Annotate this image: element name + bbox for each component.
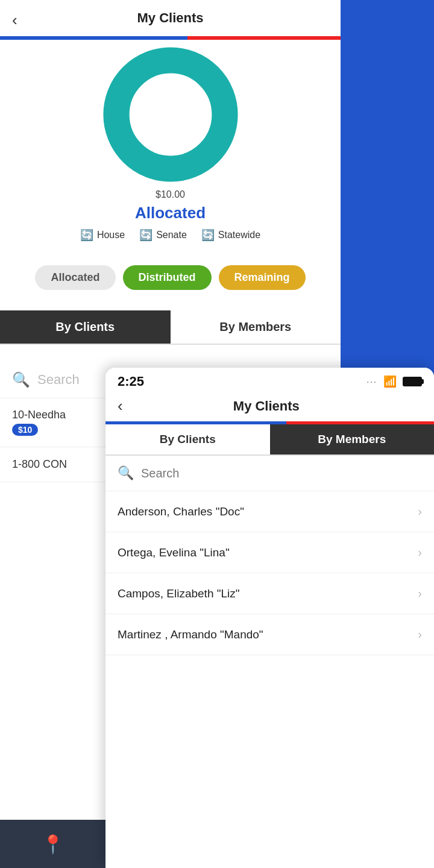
legend-senate-label: Senate [156,230,187,241]
fg-page-title: My Clients [129,398,422,414]
senate-icon: 🔄 [139,228,153,242]
foreground-screen: 2:25 ··· 📶 ‹ My Clients By Clients By Me… [105,368,434,868]
filter-tab-remaining[interactable]: Remaining [219,265,306,290]
fg-search-bar[interactable]: 🔍 [105,456,434,491]
legend-statewide-label: Statewide [218,230,260,241]
legend-house: 🔄 House [80,228,125,242]
legend-senate: 🔄 Senate [139,228,187,242]
fg-search-input[interactable] [141,467,422,480]
fg-member-name-1: Anderson, Charles "Doc" [118,505,244,518]
bg-back-button[interactable]: ‹ [12,11,17,30]
filter-tab-distributed[interactable]: Distributed [123,265,212,290]
status-time: 2:25 [118,374,144,389]
fg-nav-header: ‹ My Clients [105,393,434,421]
status-bar: 2:25 ··· 📶 [105,368,434,393]
legend-statewide: 🔄 Statewide [201,228,260,242]
donut-amount-label: $10.00 [156,189,185,200]
fg-list-item-3[interactable]: Campos, Elizabeth "Liz" › [105,573,434,614]
fg-member-name-2: Ortega, Evelina "Lina" [118,546,230,559]
fg-member-name-3: Campos, Elizabeth "Liz" [118,587,240,600]
fg-tab-by-members[interactable]: By Members [270,424,435,454]
allocated-label: Allocated [135,204,206,222]
fg-chevron-3: › [418,587,422,600]
bg-bottom-nav[interactable]: 📍 [0,820,105,868]
filter-tabs: Allocated Distributed Remaining [0,265,341,290]
svg-point-1 [142,86,200,143]
bg-top-bar: ‹ My Clients [0,0,341,36]
bg-tab-by-members[interactable]: By Members [171,310,341,344]
fg-list-item-2[interactable]: Ortega, Evelina "Lina" › [105,532,434,573]
bg-search-icon: 🔍 [12,371,30,388]
battery-icon [403,377,422,386]
fg-chevron-2: › [418,546,422,559]
bg-donut-area: $10.00 Allocated 🔄 House 🔄 Senate 🔄 Stat… [0,42,341,242]
fg-member-name-4: Martinez , Armando "Mando" [118,628,263,641]
house-icon: 🔄 [80,228,93,242]
bg-search-placeholder: Search [37,372,80,388]
fg-chevron-4: › [418,627,422,641]
fg-list-item-4[interactable]: Martinez , Armando "Mando" › [105,614,434,655]
status-dots: ··· [366,377,377,386]
wifi-icon: 📶 [383,375,397,388]
status-icons: ··· 📶 [366,375,422,388]
legend-house-label: House [97,230,125,241]
bg-page-title: My Clients [137,10,203,26]
bg-client-badge-1: $10 [12,424,38,436]
donut-chart [98,42,243,187]
legend-row: 🔄 House 🔄 Senate 🔄 Statewide [80,228,260,242]
fg-search-icon: 🔍 [118,465,134,481]
fg-tab-by-clients[interactable]: By Clients [105,424,270,454]
fg-view-tabs: By Clients By Members [105,424,434,456]
location-icon: 📍 [42,834,64,855]
fg-list-item-1[interactable]: Anderson, Charles "Doc" › [105,491,434,532]
filter-tab-allocated[interactable]: Allocated [35,265,115,290]
bg-view-tabs: By Clients By Members [0,310,341,345]
fg-chevron-1: › [418,505,422,518]
fg-members-list: Anderson, Charles "Doc" › Ortega, Evelin… [105,491,434,655]
statewide-icon: 🔄 [201,228,215,242]
bg-progress-bar [0,36,341,40]
bg-progress-red [187,36,341,40]
fg-back-button[interactable]: ‹ [118,397,123,415]
bg-progress-blue [0,36,187,40]
bg-tab-by-clients[interactable]: By Clients [0,310,171,344]
